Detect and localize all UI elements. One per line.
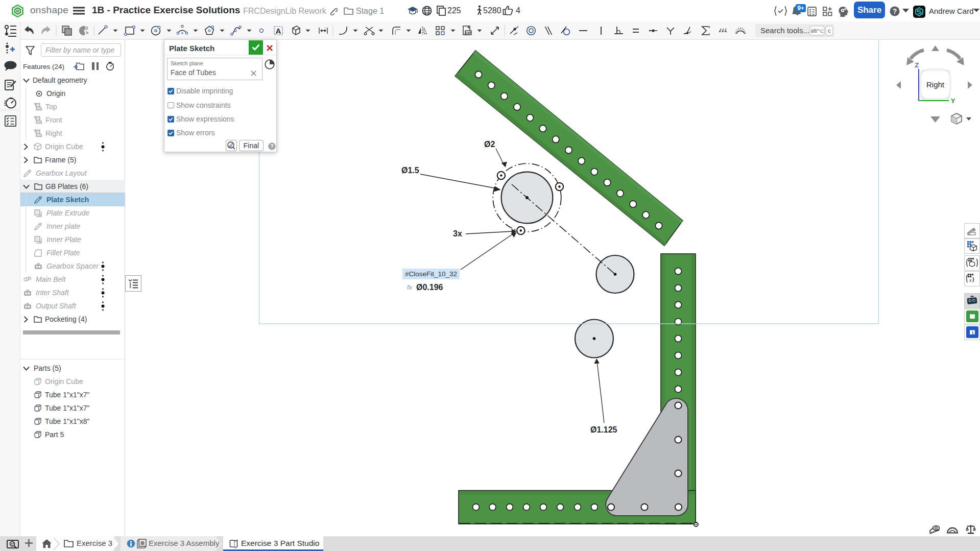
svg-text:x: x [969, 277, 972, 283]
svg-text:c: c [828, 28, 831, 34]
svg-text::: : [325, 26, 326, 30]
svg-text:3x: 3x [453, 229, 462, 238]
svg-text:?: ? [893, 7, 897, 15]
svg-text:Search tools...: Search tools... [760, 26, 809, 35]
svg-text:A: A [276, 27, 281, 35]
svg-text:Y: Y [951, 97, 955, 105]
svg-text:Ø0.196: Ø0.196 [416, 283, 443, 292]
svg-text:fx: fx [407, 283, 413, 291]
svg-text:Ø1.125: Ø1.125 [590, 425, 617, 434]
svg-text:Ø2: Ø2 [484, 140, 495, 149]
svg-text:#CloseFit_10_32: #CloseFit_10_32 [405, 270, 457, 278]
svg-text:DXF: DXF [465, 31, 472, 35]
svg-text:Ø1.5: Ø1.5 [401, 166, 419, 175]
svg-text:Right: Right [926, 80, 945, 89]
svg-text:Z: Z [915, 61, 919, 69]
svg-text:?: ? [270, 143, 274, 149]
svg-text:9+: 9+ [797, 5, 804, 12]
svg-text:alt/⌥: alt/⌥ [811, 28, 824, 34]
